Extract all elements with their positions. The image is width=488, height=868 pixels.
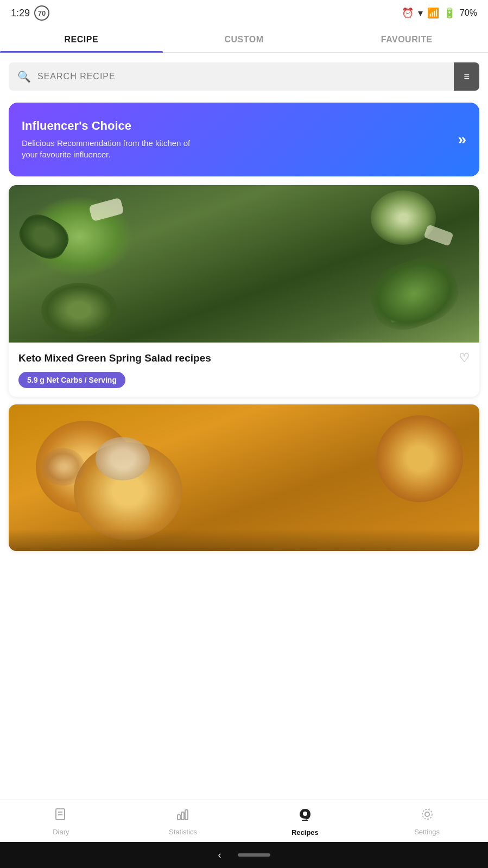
settings-icon (420, 807, 434, 825)
battery-percent: 70% (460, 8, 477, 18)
battery-icon: 🔋 (443, 7, 455, 19)
back-button[interactable]: ‹ (218, 850, 221, 861)
search-input[interactable] (37, 72, 454, 81)
svg-point-7 (425, 812, 429, 816)
recipes-icon (297, 807, 313, 826)
banner-arrow-icon: » (458, 131, 466, 148)
recipes-label: Recipes (291, 828, 319, 837)
svg-rect-5 (185, 810, 188, 820)
status-bar: 1:29 70 ⏰ ▾ 📶 🔋 70% (0, 0, 488, 25)
alarm-icon: ⏰ (402, 7, 414, 19)
statistics-label: Statistics (169, 828, 197, 836)
recipe-image-balls (9, 404, 479, 551)
recipe-card-balls[interactable] (9, 404, 479, 551)
svg-point-8 (422, 809, 432, 819)
status-time: 1:29 (11, 8, 30, 19)
nav-recipes[interactable]: Recipes (244, 807, 366, 837)
recipe-card-salad[interactable]: Keto Mixed Green Spring Salad recipes ♡ … (9, 185, 479, 397)
search-bar: 🔍 ≡ (9, 62, 479, 91)
banner-title: Influencer's Choice (22, 119, 206, 133)
nav-statistics[interactable]: Statistics (122, 807, 244, 836)
statistics-icon (176, 807, 190, 825)
recipe-image-salad (9, 185, 479, 343)
filter-icon: ≡ (464, 71, 470, 83)
filter-button[interactable]: ≡ (454, 62, 479, 91)
home-pill[interactable] (238, 853, 270, 857)
signal-icon: 📶 (427, 7, 439, 19)
tab-custom[interactable]: CUSTOM (163, 25, 326, 52)
recipe-title-salad: Keto Mixed Green Spring Salad recipes ♡ (18, 351, 470, 365)
svg-rect-4 (181, 812, 184, 820)
status-icons: ⏰ ▾ 📶 🔋 70% (402, 7, 477, 19)
wifi-icon: ▾ (418, 7, 423, 19)
tab-favourite[interactable]: FAVOURITE (325, 25, 488, 52)
carbs-badge-salad: 5.9 g Net Carbs / Serving (18, 372, 125, 388)
diary-icon (54, 807, 68, 825)
settings-label: Settings (414, 828, 440, 836)
banner-subtitle: Delicious Recommendation from the kitche… (22, 137, 206, 160)
influencer-banner[interactable]: Influencer's Choice Delicious Recommenda… (9, 103, 479, 176)
svg-rect-3 (178, 815, 180, 820)
tab-bar: RECIPE CUSTOM FAVOURITE (0, 25, 488, 53)
diary-label: Diary (53, 828, 69, 836)
search-icon: 🔍 (9, 62, 37, 91)
tab-recipe[interactable]: RECIPE (0, 25, 163, 52)
bottom-navigation: Diary Statistics Recipes S (0, 800, 488, 842)
nav-diary[interactable]: Diary (0, 807, 122, 836)
android-nav-bar: ‹ (0, 842, 488, 868)
svg-point-6 (303, 812, 307, 816)
nav-settings[interactable]: Settings (366, 807, 488, 836)
favorite-icon-salad[interactable]: ♡ (459, 351, 470, 365)
status-badge: 70 (34, 5, 49, 21)
